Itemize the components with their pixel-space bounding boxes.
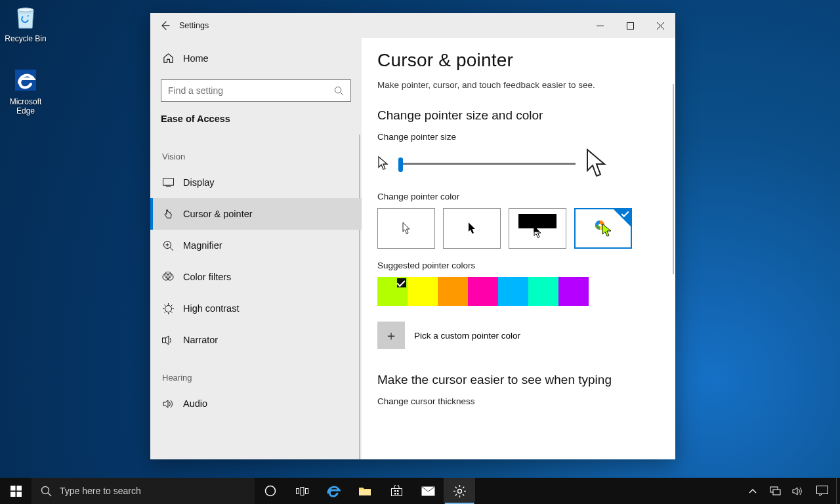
svg-point-25 — [598, 224, 601, 226]
svg-rect-54 — [817, 486, 828, 494]
sidebar-item-label: Display — [183, 177, 215, 188]
taskbar-task-view[interactable] — [286, 478, 318, 504]
sidebar-item-narrator[interactable]: Narrator — [150, 324, 362, 356]
page-lead: Make pointer, cursor, and touch feedback… — [377, 80, 660, 90]
taskbar-search[interactable]: Type here to search — [32, 478, 255, 504]
tray-action-center[interactable] — [808, 478, 836, 504]
suggested-color-swatch[interactable] — [438, 277, 468, 306]
pick-custom-color-label: Pick a custom pointer color — [414, 331, 520, 341]
sidebar-item-cursor-pointer[interactable]: Cursor & pointer — [150, 198, 362, 230]
taskbar-file-explorer[interactable] — [349, 478, 381, 504]
audio-icon — [162, 399, 174, 409]
magnifier-icon — [162, 240, 174, 251]
svg-line-22 — [164, 311, 165, 312]
suggested-color-swatch[interactable] — [377, 277, 408, 306]
svg-point-30 — [42, 486, 49, 494]
svg-line-21 — [171, 311, 172, 312]
svg-line-5 — [341, 92, 343, 94]
close-button[interactable] — [645, 13, 675, 38]
home-icon — [162, 52, 174, 64]
section-cursor-typing: Make the cursor easier to see when typin… — [377, 373, 660, 387]
taskbar: Type here to search — [0, 478, 840, 504]
folder-icon — [358, 486, 371, 496]
back-button[interactable] — [150, 13, 179, 38]
search-input[interactable] — [168, 85, 334, 96]
section-size-color: Change pointer size and color — [377, 108, 660, 123]
tray-chevron[interactable] — [742, 478, 764, 504]
close-icon — [657, 22, 664, 30]
tray-volume[interactable] — [786, 478, 808, 504]
start-button[interactable] — [0, 478, 32, 504]
sidebar-group-hearing: Hearing — [150, 356, 362, 388]
svg-point-4 — [335, 87, 341, 93]
tray-network[interactable] — [764, 478, 786, 504]
svg-rect-53 — [773, 490, 780, 495]
store-icon — [390, 485, 403, 497]
action-center-icon — [816, 486, 828, 496]
recycle-bin-icon — [11, 3, 40, 32]
arrow-left-icon — [159, 20, 170, 31]
pointer-size-slider[interactable] — [398, 163, 576, 165]
volume-icon — [792, 486, 803, 496]
svg-line-49 — [463, 494, 464, 495]
cortana-icon — [264, 485, 276, 497]
taskbar-mail[interactable] — [412, 478, 444, 504]
svg-line-20 — [164, 304, 165, 306]
pointer-color-inverted[interactable] — [509, 208, 566, 249]
sidebar-item-color-filters[interactable]: Color filters — [150, 261, 362, 293]
edge-icon — [11, 66, 40, 94]
slider-thumb[interactable] — [398, 158, 403, 172]
search-input-wrap[interactable] — [161, 79, 351, 102]
maximize-button[interactable] — [615, 13, 645, 38]
plus-icon: ＋ — [385, 327, 398, 345]
task-view-icon — [296, 486, 308, 496]
sidebar-item-audio[interactable]: Audio — [150, 388, 362, 419]
sidebar-item-magnifier[interactable]: Magnifier — [150, 230, 362, 261]
desktop-icon-edge[interactable]: Microsoft Edge — [1, 66, 50, 116]
titlebar: Settings — [150, 13, 675, 38]
svg-rect-37 — [391, 489, 402, 496]
suggested-color-swatch[interactable] — [498, 277, 528, 306]
page-title: Cursor & pointer — [377, 50, 660, 71]
svg-rect-3 — [627, 22, 633, 29]
network-icon — [770, 486, 781, 495]
sidebar-item-label: Narrator — [183, 335, 218, 345]
show-desktop-button[interactable] — [836, 478, 840, 504]
display-icon — [162, 178, 174, 187]
color-wheel-pointer-icon — [593, 220, 613, 237]
suggested-color-swatch[interactable] — [468, 277, 498, 306]
suggested-color-swatch[interactable] — [558, 277, 589, 306]
gear-icon — [453, 485, 466, 497]
pointer-color-custom[interactable] — [574, 208, 632, 249]
sidebar-item-label: High contrast — [183, 303, 239, 314]
white-pointer-icon — [402, 222, 411, 235]
taskbar-cortana[interactable] — [255, 478, 286, 504]
taskbar-settings[interactable] — [444, 478, 475, 504]
sidebar-home[interactable]: Home — [161, 46, 351, 70]
taskbar-store[interactable] — [381, 478, 412, 504]
sidebar-item-display[interactable]: Display — [150, 167, 362, 198]
desktop-icon-recycle-bin[interactable]: Recycle Bin — [1, 3, 50, 43]
windows-icon — [10, 486, 22, 497]
minimize-button[interactable] — [585, 13, 615, 38]
svg-point-15 — [165, 305, 171, 312]
cursor-large-icon — [585, 148, 607, 178]
sidebar-item-high-contrast[interactable]: High contrast — [150, 293, 362, 324]
suggested-color-swatch[interactable] — [408, 277, 438, 306]
sidebar-item-label: Magnifier — [183, 240, 222, 251]
svg-rect-35 — [305, 488, 308, 494]
taskbar-edge[interactable] — [318, 478, 349, 504]
settings-content: Cursor & pointer Make pointer, cursor, a… — [362, 38, 675, 459]
pick-custom-color-button[interactable]: ＋ — [377, 322, 405, 349]
pointer-color-black[interactable] — [443, 208, 501, 249]
window-title: Settings — [179, 21, 209, 30]
desktop-icon-label: Recycle Bin — [1, 34, 50, 43]
pointer-color-white[interactable] — [377, 208, 435, 249]
svg-rect-6 — [163, 178, 173, 185]
svg-rect-33 — [296, 488, 299, 494]
svg-point-43 — [457, 489, 461, 493]
edge-icon — [326, 484, 341, 498]
pointer-hand-icon — [162, 209, 174, 220]
svg-line-50 — [455, 494, 456, 495]
suggested-color-swatch[interactable] — [528, 277, 558, 306]
